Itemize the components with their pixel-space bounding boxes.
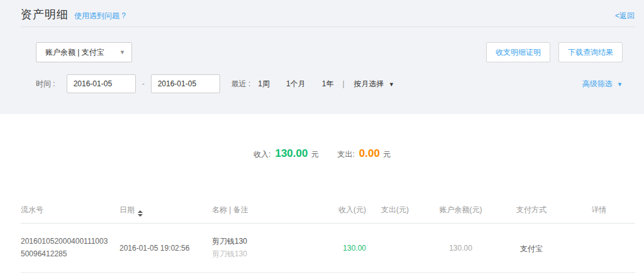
recent-label: 最近 : [231,79,251,89]
table-header-row: 流水号 日期 名称 | 备注 收入(元) 支出(元) 账户余额(元) 支付方式 … [0,205,644,216]
time-label: 时间 : [36,79,55,89]
serial-line-2: 50096412285 [21,248,120,260]
download-results-button[interactable]: 下载查询结果 [558,42,623,62]
statement-certificate-button[interactable]: 收支明细证明 [486,42,550,62]
page-header: 资产明细 使用遇到问题 ? <返回 [0,0,644,26]
month-select-label: 按月选择 [354,79,384,88]
date-to-input[interactable] [151,74,220,93]
filter-panel: 资产明细 使用遇到问题 ? <返回 账户余额 | 支付宝 ▼ 收支明细证明 下载… [0,0,644,114]
advanced-filter-dropdown[interactable]: 高级筛选 ▼ [582,79,623,89]
toolbar-buttons: 收支明细证明 下载查询结果 [486,42,623,62]
date-from-input[interactable] [67,74,136,93]
serial-line-1: 201601052000400111003 [21,235,120,248]
header-income: 收入(元) [322,205,366,215]
account-dropdown-value: 账户余额 | 支付宝 [45,47,104,58]
recent-option-1year[interactable]: 1年 [322,79,334,89]
expense-label: 支出: [337,149,354,160]
header-name-remark: 名称 | 备注 [212,205,328,215]
header-date-label: 日期 [119,205,135,214]
table-row: 201601052000400111003 50096412285 2016-0… [0,235,644,265]
table-header-divider [21,223,635,224]
header-serial-number: 流水号 [21,205,120,215]
cell-income: 130.00 [322,235,366,253]
advanced-filter-label: 高级筛选 [582,79,613,88]
options-divider: | [342,79,344,88]
recent-option-1month[interactable]: 1个月 [286,79,306,89]
income-label: 收入: [253,149,270,160]
header-detail: 详情 [569,205,629,215]
expense-value: 0.00 [359,147,380,160]
chevron-down-icon: ▼ [389,81,394,88]
income-expense-summary: 收入: 130.00 元 支出: 0.00 元 [0,147,644,160]
month-select-dropdown[interactable]: 按月选择 ▼ [354,79,394,89]
table-row-divider [21,272,635,273]
account-type-dropdown[interactable]: 账户余额 | 支付宝 ▼ [36,42,132,62]
date-separator: - [142,79,145,88]
sort-icon[interactable] [138,210,143,217]
back-link[interactable]: <返回 [615,11,635,21]
income-value: 130.00 [275,147,308,160]
header-expense: 支出(元) [371,205,409,215]
time-filter-row: 时间 : - 最近 : 1周 1个月 1年 | 按月选择 ▼ 高级筛选 ▼ [36,74,623,93]
header-divider [21,26,635,27]
cell-name-remark: 剪刀钱130 剪刀钱130 [212,235,328,260]
chevron-down-icon: ▼ [617,81,623,88]
cell-payment-method: 支付宝 [503,235,560,254]
header-payment-method: 支付方式 [503,205,560,215]
header-balance: 账户余额(元) [434,205,487,215]
transaction-name: 剪刀钱130 [212,235,328,248]
cell-expense [371,235,409,244]
cell-date: 2016-01-05 19:02:56 [119,235,208,253]
chevron-down-icon: ▼ [119,49,125,55]
header-date-sortable[interactable]: 日期 [119,205,208,217]
cell-detail [569,235,629,244]
income-unit: 元 [311,149,318,160]
expense-unit: 元 [383,149,391,160]
help-link[interactable]: 使用遇到问题 ? [74,11,126,21]
recent-option-1week[interactable]: 1周 [258,79,270,89]
page-title: 资产明细 [21,7,69,22]
cell-balance: 130.00 [434,235,487,253]
transaction-remark: 剪刀钱130 [212,248,328,260]
cell-serial-number: 201601052000400111003 50096412285 [21,235,120,260]
